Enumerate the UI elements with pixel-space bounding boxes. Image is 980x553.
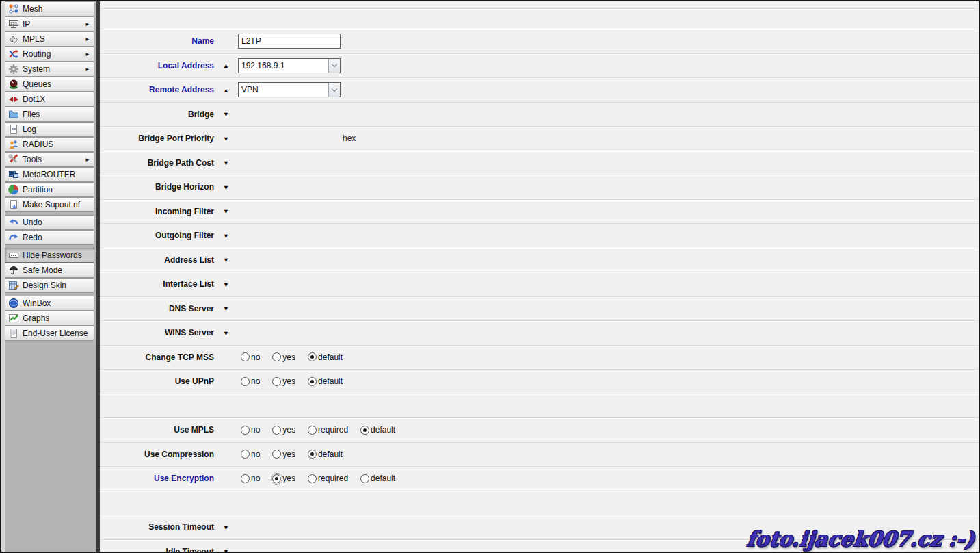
radio-use-encryption-no[interactable]: no: [241, 474, 260, 483]
radio-change-tcp-mss-no[interactable]: no: [241, 352, 260, 362]
expand-arrow-icon[interactable]: ▼: [214, 232, 238, 240]
use-mpls-radio-group: noyesrequireddefault: [241, 425, 408, 435]
radio-button-icon: [241, 450, 250, 459]
radio-button-icon: [272, 450, 281, 459]
collapse-arrow-icon[interactable]: ▲: [214, 86, 238, 94]
sidebar-item-mesh[interactable]: Mesh: [5, 1, 94, 16]
partition-icon: [8, 184, 19, 195]
radio-button-icon: [272, 377, 281, 386]
sidebar-item-safe-mode[interactable]: Safe Mode: [5, 263, 94, 278]
name-input[interactable]: [238, 34, 341, 49]
radio-use-encryption-default[interactable]: default: [360, 474, 395, 483]
sidebar-item-hide-passwords[interactable]: Hide Passwords: [5, 248, 94, 263]
winbox-icon: [8, 298, 19, 309]
submenu-arrow-icon: ►: [85, 66, 92, 73]
radio-use-mpls-default[interactable]: default: [360, 425, 395, 435]
submenu-arrow-icon: ►: [85, 36, 92, 42]
make-supout-icon: [8, 199, 19, 210]
expand-arrow-icon[interactable]: ▼: [214, 256, 238, 263]
sidebar-item-metarouter[interactable]: MetaROUTER: [5, 167, 94, 182]
sidebar-item-tools[interactable]: Tools►: [5, 152, 94, 167]
expand-arrow-icon[interactable]: ▼: [214, 548, 238, 552]
sidebar-item-winbox[interactable]: WinBox: [5, 296, 94, 311]
radio-button-icon: [272, 474, 281, 483]
sidebar-item-mpls[interactable]: MPLS►: [5, 31, 94, 47]
sidebar-item-undo[interactable]: Undo: [5, 215, 94, 230]
sidebar-item-redo[interactable]: Redo: [5, 230, 94, 245]
expand-arrow-icon[interactable]: ▼: [214, 305, 238, 312]
radio-use-mpls-no[interactable]: no: [241, 425, 260, 435]
sidebar-menu: Mesh255IP►MPLS►Routing►System►QueuesDot1…: [1, 1, 96, 552]
ppp-profile-form: NameLocal Address▲192.168.9.1Remote Addr…: [100, 1, 979, 552]
local-address-combo[interactable]: 192.168.9.1: [238, 58, 341, 73]
sidebar-item-ip[interactable]: 255IP►: [5, 16, 94, 31]
radio-option-label: no: [251, 425, 260, 435]
sidebar-item-routing[interactable]: Routing►: [5, 47, 94, 62]
expand-arrow-icon[interactable]: ▼: [214, 110, 238, 118]
radio-option-label: no: [251, 352, 260, 362]
collapse-arrow-icon[interactable]: ▲: [214, 62, 238, 69]
radio-use-compression-yes[interactable]: yes: [272, 450, 295, 459]
sidebar-item-queues[interactable]: Queues: [5, 77, 94, 92]
toggle-spacer: [214, 430, 238, 430]
radio-use-mpls-yes[interactable]: yes: [272, 425, 295, 435]
radio-change-tcp-mss-yes[interactable]: yes: [272, 352, 295, 362]
expand-arrow-icon[interactable]: ▼: [214, 524, 238, 531]
sidebar-item-partition[interactable]: Partition: [5, 182, 94, 197]
form-row-use-mpls: Use MPLSnoyesrequireddefault: [100, 417, 979, 442]
sidebar-item-log[interactable]: Log: [5, 122, 94, 137]
sidebar-item-label: End-User License: [23, 329, 88, 338]
hide-passwords-icon: [8, 250, 19, 261]
sidebar-item-files[interactable]: Files: [5, 107, 94, 122]
submenu-arrow-icon: ►: [85, 157, 92, 163]
radio-option-label: yes: [282, 352, 295, 362]
sidebar-item-end-user-license[interactable]: End-User License: [5, 326, 94, 341]
sidebar-item-dot1x[interactable]: Dot1X: [5, 92, 94, 107]
expand-arrow-icon[interactable]: ▼: [214, 183, 238, 191]
form-row-spacer: [100, 8, 979, 29]
undo-icon: [8, 217, 19, 228]
sidebar-item-make-supout-rif[interactable]: Make Supout.rif: [5, 197, 94, 212]
radio-option-label: no: [251, 474, 260, 483]
remote-address-combo[interactable]: VPN: [238, 82, 341, 97]
sidebar-item-label: Design Skin: [23, 281, 66, 290]
radio-use-encryption-yes[interactable]: yes: [272, 474, 295, 483]
radio-change-tcp-mss-default[interactable]: default: [308, 352, 343, 362]
field-label-use-upnp: Use UPnP: [100, 376, 214, 386]
radio-use-compression-no[interactable]: no: [241, 450, 260, 459]
expand-arrow-icon[interactable]: ▼: [214, 207, 238, 215]
radio-use-upnp-default[interactable]: default: [308, 376, 343, 386]
form-row-name: Name: [100, 29, 979, 53]
sidebar-item-system[interactable]: System►: [5, 62, 94, 77]
field-label-interface-list: Interface List: [100, 279, 214, 289]
form-row-spacer: [100, 394, 979, 418]
queues-icon: [8, 79, 19, 90]
radio-use-compression-default[interactable]: default: [308, 450, 343, 459]
dropdown-button[interactable]: [328, 59, 340, 73]
expand-arrow-icon[interactable]: ▼: [214, 329, 238, 337]
radio-use-upnp-no[interactable]: no: [241, 376, 260, 386]
radio-use-mpls-required[interactable]: required: [308, 425, 348, 435]
radio-option-label: default: [318, 352, 343, 362]
sidebar-item-label: MetaROUTER: [23, 170, 75, 179]
radio-option-label: default: [318, 376, 343, 386]
winbox-window: { "sidebar": { "items": [ { "label": "Me…: [0, 0, 980, 553]
sidebar-item-radius[interactable]: RADIUS: [5, 137, 94, 152]
dropdown-button[interactable]: [328, 83, 340, 97]
radio-use-upnp-yes[interactable]: yes: [272, 376, 295, 386]
sidebar-item-graphs[interactable]: Graphs: [5, 311, 94, 326]
radio-button-icon: [308, 474, 317, 483]
sidebar-item-design-skin[interactable]: Design Skin: [5, 278, 94, 293]
radio-use-encryption-required[interactable]: required: [308, 474, 348, 483]
sidebar-divider: [96, 1, 100, 552]
radio-option-label: required: [318, 474, 348, 483]
ip-icon: 255: [8, 18, 19, 29]
combo-value: 192.168.9.1: [239, 61, 328, 70]
toggle-spacer: [214, 478, 238, 479]
expand-arrow-icon[interactable]: ▼: [214, 281, 238, 288]
form-row-use-encryption: Use Encryptionnoyesrequireddefault: [100, 466, 979, 491]
form-row-bridge-horizon: Bridge Horizon▼: [100, 175, 979, 199]
radius-icon: [8, 139, 19, 150]
expand-arrow-icon[interactable]: ▼: [214, 159, 238, 166]
expand-arrow-icon[interactable]: ▼: [214, 135, 238, 142]
